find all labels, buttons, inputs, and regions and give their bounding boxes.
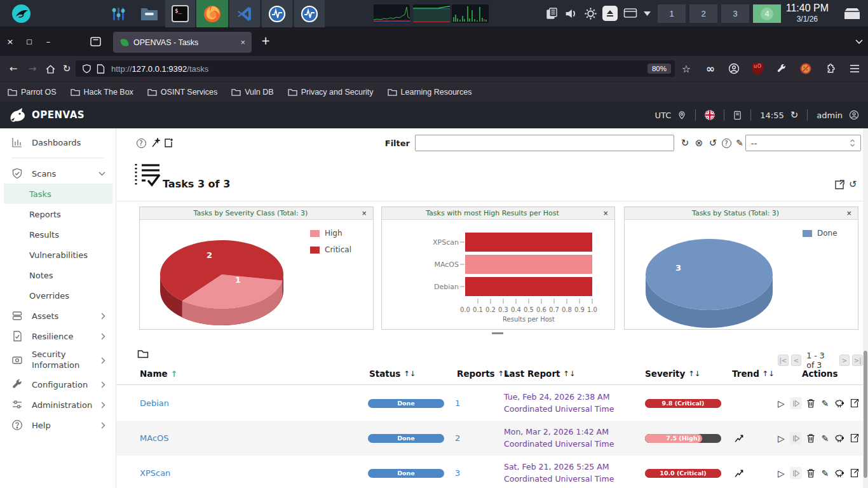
start-task-icon[interactable]: ▷: [775, 467, 787, 479]
chevron-down-icon[interactable]: [643, 11, 651, 17]
window-maximize-button[interactable]: □: [23, 35, 36, 48]
bookmark-folder-privacy-and-security[interactable]: Privacy and Security: [288, 88, 374, 97]
page-info-icon[interactable]: [97, 64, 105, 74]
last-report-link[interactable]: Tue, Feb 24, 2026 2:38 AM Coordinated Un…: [504, 391, 634, 414]
filter-help-icon[interactable]: ?: [721, 137, 732, 149]
close-icon[interactable]: ×: [846, 210, 858, 217]
firefox-launcher[interactable]: [196, 0, 228, 27]
zoom-level-badge[interactable]: 80%: [648, 64, 671, 74]
start-task-icon[interactable]: ▷: [775, 432, 787, 444]
network-graph[interactable]: [452, 4, 489, 23]
column-header-status[interactable]: Status↑↓: [369, 369, 416, 379]
next-page-button[interactable]: >: [839, 355, 850, 366]
add-dashboard-display-icon[interactable]: [834, 179, 845, 190]
task-wizard-icon[interactable]: [149, 137, 161, 149]
workspace-4-button[interactable]: 4: [753, 4, 781, 23]
window-minimize-button[interactable]: –: [42, 35, 55, 48]
manual-book-icon[interactable]: [733, 111, 742, 120]
clone-task-icon[interactable]: [834, 397, 846, 409]
bookmark-star-icon[interactable]: ☆: [679, 62, 693, 76]
reset-filter-icon[interactable]: ↺: [707, 137, 719, 149]
workspace-1-button[interactable]: 1: [658, 4, 686, 23]
sidebar-item-dashboards[interactable]: Dashboards: [0, 132, 116, 152]
account-icon[interactable]: [727, 62, 741, 76]
notes-tray-icon[interactable]: [545, 7, 559, 20]
firefox-view-icon[interactable]: [90, 36, 102, 48]
volume-icon[interactable]: [564, 7, 578, 20]
terminal-launcher[interactable]: $_: [165, 0, 195, 27]
filter-dropdown[interactable]: --: [745, 135, 861, 151]
sidebar-item-vulnerabilities[interactable]: Vulnerabilities: [4, 245, 116, 265]
cookie-blocker-icon[interactable]: [799, 62, 813, 76]
forward-button[interactable]: →: [25, 62, 39, 76]
settings-gear-icon[interactable]: [584, 7, 597, 20]
menu-hamburger-icon[interactable]: [848, 62, 862, 76]
column-header-severity[interactable]: Severity↑↓: [645, 369, 701, 379]
home-button[interactable]: [43, 62, 57, 76]
vscode-launcher[interactable]: [229, 0, 260, 27]
page-scrollbar[interactable]: [863, 128, 868, 488]
sidebar-item-tasks[interactable]: Tasks: [4, 184, 112, 204]
new-task-icon[interactable]: [163, 137, 174, 149]
edit-filter-icon[interactable]: ✎: [734, 137, 745, 149]
edit-task-icon[interactable]: ✎: [819, 397, 831, 409]
previous-page-button[interactable]: <: [791, 355, 802, 366]
filter-input[interactable]: [415, 135, 674, 151]
start-task-icon[interactable]: ▷: [775, 397, 787, 409]
trash-icon[interactable]: [804, 432, 817, 444]
session-refresh-icon[interactable]: ↻: [790, 109, 799, 121]
export-task-icon[interactable]: [848, 432, 860, 444]
tab-list-chevron-icon[interactable]: [855, 39, 863, 44]
url-bar[interactable]: http://127.0.0.1:9392/tasks 80%: [76, 60, 675, 77]
edit-task-icon[interactable]: ✎: [819, 467, 831, 479]
sidebar-item-scans[interactable]: Scans: [0, 163, 116, 184]
eject-tray-icon[interactable]: [602, 6, 618, 21]
ublock-origin-icon[interactable]: uO: [750, 62, 764, 76]
trash-icon[interactable]: [804, 467, 817, 479]
window-close-button[interactable]: ×: [4, 35, 17, 48]
sidebar-item-resilience[interactable]: Resilience: [0, 326, 116, 346]
user-menu-label[interactable]: admin: [817, 111, 843, 120]
sidebar-item-security-information[interactable]: Security Information: [0, 346, 116, 374]
column-header-trend[interactable]: Trend↑↓: [732, 369, 775, 379]
bookmark-folder-learning-resources[interactable]: Learning Resources: [388, 88, 472, 97]
shield-icon[interactable]: [82, 64, 92, 74]
reload-button[interactable]: ↻: [60, 62, 74, 76]
last-report-link[interactable]: Sat, Feb 21, 2026 5:25 AM Coordinated Un…: [504, 461, 634, 484]
timezone-label[interactable]: UTC: [654, 111, 671, 120]
close-icon[interactable]: ×: [603, 210, 614, 217]
gsa-app-launcher-1[interactable]: [262, 0, 292, 27]
clone-task-icon[interactable]: [834, 432, 846, 444]
task-name-link[interactable]: XPScan: [140, 468, 170, 478]
column-header-name[interactable]: Name↑: [140, 369, 178, 379]
extensions-puzzle-icon[interactable]: [823, 62, 837, 76]
chart-panel-header[interactable]: Tasks with most High Results per Host ×: [382, 207, 614, 220]
settings-sliders-launcher[interactable]: [105, 0, 132, 27]
workspace-3-button[interactable]: 3: [721, 4, 749, 23]
first-page-button[interactable]: |<: [778, 355, 789, 366]
reports-count-link[interactable]: 1: [455, 398, 460, 408]
gsa-app-launcher-2[interactable]: [294, 0, 325, 27]
chart-panel-header[interactable]: Tasks by Severity Class (Total: 3) ×: [140, 207, 373, 220]
tag-folder-icon[interactable]: [137, 349, 149, 358]
memory-graph[interactable]: [413, 4, 450, 23]
column-header-last-report[interactable]: Last Report↑↓: [504, 369, 576, 379]
remove-filter-icon[interactable]: ⊗: [693, 137, 705, 149]
update-filter-icon[interactable]: ↻: [679, 137, 691, 149]
trash-icon[interactable]: [804, 397, 817, 409]
last-report-link[interactable]: Mon, Mar 2, 2026 1:42 AM Coordinated Uni…: [504, 426, 634, 449]
browser-tab[interactable]: OPENVAS - Tasks ×: [113, 32, 252, 53]
sidebar-item-overrides[interactable]: Overrides: [4, 285, 116, 306]
resume-task-icon[interactable]: [790, 397, 802, 409]
column-header-reports[interactable]: Reports↑↓: [457, 369, 510, 379]
new-tab-button[interactable]: +: [259, 34, 272, 47]
show-desktop-icon[interactable]: [843, 6, 862, 21]
back-button[interactable]: ←: [6, 62, 20, 76]
bookmark-folder-parrot-os[interactable]: Parrot OS: [8, 88, 57, 97]
sidebar-item-results[interactable]: Results: [4, 224, 116, 245]
wrench-extension-icon[interactable]: [775, 62, 789, 76]
reset-dashboard-icon[interactable]: ↺: [849, 179, 857, 190]
help-icon[interactable]: ?: [135, 137, 147, 149]
sidebar-item-administration[interactable]: Administration: [0, 395, 116, 415]
tab-close-icon[interactable]: ×: [240, 37, 245, 47]
